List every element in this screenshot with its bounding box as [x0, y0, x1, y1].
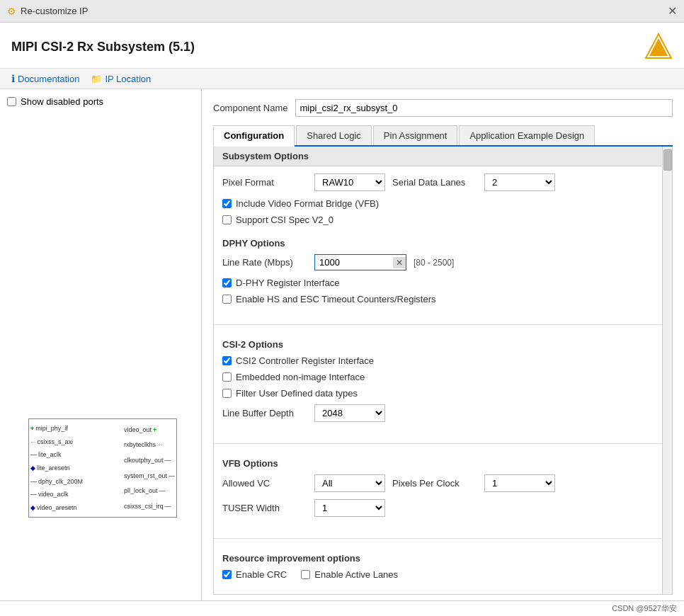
line-rate-clear-button[interactable]: ✕	[393, 257, 406, 268]
line-buffer-depth-row: Line Buffer Depth 512 1024 2048 4096	[222, 404, 663, 422]
enable-active-lanes-row: Enable Active Lanes	[301, 569, 398, 580]
enable-crc-row: Enable CRC	[222, 569, 287, 580]
tuser-width-row: TUSER Width 1 2 4	[222, 499, 663, 517]
enable-active-lanes-checkbox[interactable]	[301, 570, 310, 579]
scrollbar-thumb[interactable]	[663, 149, 672, 171]
dphy-options-section: DPHY Options Line Rate (Mbps) ✕ [80 - 25…	[214, 238, 672, 317]
embedded-non-image-label: Embedded non-image Interface	[236, 372, 365, 382]
line-rate-label: Line Rate (Mbps)	[222, 257, 307, 268]
tuser-width-label: TUSER Width	[222, 503, 307, 513]
toolbar: ℹ Documentation 📁 IP Location	[0, 69, 684, 89]
enable-hs-checkbox[interactable]	[222, 295, 232, 304]
resource-checkboxes-row: Enable CRC Enable Active Lanes	[222, 569, 663, 580]
line-buffer-depth-label: Line Buffer Depth	[222, 408, 307, 418]
tab-content: Subsystem Options Pixel Format RAW8 RAW1…	[213, 147, 673, 595]
app-icon: ⚙	[7, 6, 16, 17]
include-vfb-row: Include Video Format Bridge (VFB)	[222, 198, 663, 209]
line-rate-range-hint: [80 - 2500]	[414, 258, 454, 268]
embedded-non-image-row: Embedded non-image Interface	[222, 372, 663, 382]
info-icon: ℹ	[11, 73, 15, 84]
status-bar: CSDN @9527华安	[0, 600, 684, 616]
pixel-format-label: Pixel Format	[222, 177, 307, 188]
status-text: CSDN @9527华安	[612, 603, 677, 614]
close-button[interactable]: ✕	[668, 4, 677, 18]
dphy-register-checkbox[interactable]	[222, 278, 232, 287]
resource-options-title: Resource improvement options	[222, 553, 663, 564]
csi2-options-section: CSI-2 Options CSI2 Controller Register I…	[214, 332, 672, 436]
header: MIPI CSI-2 Rx Subsystem (5.1)	[0, 23, 684, 69]
enable-active-lanes-label: Enable Active Lanes	[314, 569, 398, 580]
folder-icon: 📁	[91, 74, 102, 84]
serial-data-lanes-label: Serial Data Lanes	[392, 177, 477, 188]
scrollbar-track[interactable]	[662, 147, 672, 594]
line-buffer-depth-select[interactable]: 512 1024 2048 4096	[314, 404, 385, 422]
filter-user-defined-checkbox[interactable]	[222, 389, 232, 398]
pixel-format-row: Pixel Format RAW8 RAW10 RAW12 RAW14 Seri…	[222, 173, 663, 191]
tab-configuration[interactable]: Configuration	[213, 125, 295, 147]
csi2-controller-row: CSI2 Controller Register Interface	[222, 355, 663, 366]
support-csi-checkbox[interactable]	[222, 215, 232, 224]
enable-hs-row: Enable HS and ESC Timeout Counters/Regis…	[222, 294, 663, 304]
pixels-per-clock-label: Pixels Per Clock	[392, 478, 477, 489]
line-rate-row: Line Rate (Mbps) ✕ [80 - 2500]	[222, 254, 663, 270]
show-disabled-ports-label[interactable]: Show disabled ports	[7, 96, 194, 107]
allowed-vc-label: Allowed VC	[222, 478, 307, 489]
csi2-controller-checkbox[interactable]	[222, 356, 232, 365]
serial-data-lanes-select[interactable]: 1 2 3 4	[484, 173, 555, 191]
enable-crc-checkbox[interactable]	[222, 570, 232, 579]
right-panel: Component Name Configuration Shared Logi…	[202, 89, 684, 616]
allowed-vc-select[interactable]: All 0 1 2 3	[314, 474, 385, 492]
pixel-format-select[interactable]: RAW8 RAW10 RAW12 RAW14	[314, 173, 385, 191]
line-rate-input-container: ✕	[314, 254, 406, 270]
ip-left-ports: +mipi_phy_if ···csixss_s_axi —lite_aclk …	[29, 419, 84, 517]
tab-pin-assignment[interactable]: Pin Assignment	[373, 125, 458, 145]
include-vfb-label: Include Video Format Bridge (VFB)	[236, 198, 379, 209]
include-vfb-checkbox[interactable]	[222, 199, 232, 208]
tab-shared-logic[interactable]: Shared Logic	[296, 125, 372, 145]
enable-hs-label: Enable HS and ESC Timeout Counters/Regis…	[236, 294, 436, 304]
support-csi-label: Support CSI Spec V2_0	[236, 215, 334, 225]
ip-block-diagram: +mipi_phy_if ···csixss_s_axi —lite_aclk …	[28, 418, 177, 518]
xilinx-logo	[644, 33, 673, 61]
component-name-label: Component Name	[213, 103, 288, 113]
vfb-options-section: VFB Options Allowed VC All 0 1 2 3 Pixel…	[214, 451, 672, 531]
pixels-per-clock-select[interactable]: 1 2 4	[484, 474, 555, 492]
main-content: Show disabled ports +mipi_phy_if ···csix…	[0, 89, 684, 616]
component-name-input[interactable]	[295, 99, 673, 117]
tab-app-example-design[interactable]: Application Example Design	[459, 125, 595, 145]
vfb-options-title: VFB Options	[222, 458, 663, 469]
title-bar-text: Re-customize IP	[21, 6, 88, 16]
line-rate-input[interactable]	[315, 255, 393, 270]
page-title: MIPI CSI-2 Rx Subsystem (5.1)	[11, 40, 195, 55]
documentation-link[interactable]: ℹ Documentation	[11, 73, 79, 84]
component-name-row: Component Name	[213, 99, 673, 117]
resource-options-section: Resource improvement options Enable CRC …	[214, 546, 672, 594]
subsystem-options-content: Pixel Format RAW8 RAW10 RAW12 RAW14 Seri…	[214, 166, 672, 238]
embedded-non-image-checkbox[interactable]	[222, 372, 232, 382]
dphy-register-row: D-PHY Register Interface	[222, 278, 663, 288]
ip-location-link[interactable]: 📁 IP Location	[91, 74, 151, 84]
tabs-container: Configuration Shared Logic Pin Assignmen…	[213, 125, 673, 147]
csi2-controller-label: CSI2 Controller Register Interface	[236, 355, 374, 366]
subsystem-options-header: Subsystem Options	[214, 147, 672, 166]
dphy-register-label: D-PHY Register Interface	[236, 278, 339, 288]
enable-crc-label: Enable CRC	[236, 569, 287, 580]
filter-user-defined-row: Filter User Defined data types	[222, 388, 663, 399]
allowed-vc-row: Allowed VC All 0 1 2 3 Pixels Per Clock …	[222, 474, 663, 492]
csi2-options-title: CSI-2 Options	[222, 339, 663, 350]
tuser-width-select[interactable]: 1 2 4	[314, 499, 385, 517]
title-bar: ⚙ Re-customize IP ✕	[0, 0, 684, 23]
left-panel: Show disabled ports +mipi_phy_if ···csix…	[0, 89, 202, 616]
dphy-options-title: DPHY Options	[222, 238, 663, 249]
show-disabled-ports-checkbox[interactable]	[7, 97, 16, 106]
ip-right-ports: video_out+ rxbyteclkhs··· clkoutphy_out—…	[122, 419, 176, 517]
support-csi-row: Support CSI Spec V2_0	[222, 215, 663, 225]
filter-user-defined-label: Filter User Defined data types	[236, 388, 358, 399]
